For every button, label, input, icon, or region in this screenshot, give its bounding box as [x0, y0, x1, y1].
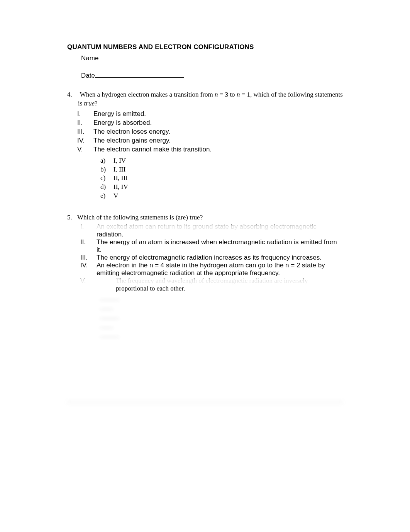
roman-text: Energy is emitted.: [93, 110, 343, 119]
roman-numeral: I.: [80, 223, 97, 238]
choice-text: I, IV: [114, 156, 343, 165]
list-item: I.Energy is emitted.: [77, 110, 343, 119]
q4-n1: n: [215, 91, 218, 98]
q5-roman-list: I. An excited atom can return to its gro…: [80, 223, 343, 292]
roman-text: An excited atom can return to its ground…: [97, 223, 343, 238]
choice-letter: d): [100, 183, 114, 192]
list-item: V. The frequency and wavelength of elect…: [80, 277, 343, 292]
q4-true: true: [84, 100, 95, 107]
choice-text: II, III: [114, 174, 343, 183]
q4-stem-line2: is true?: [78, 100, 98, 107]
q5-obscured-choices: ——— —— ——— —— ———: [100, 295, 343, 341]
list-item: III. The energy of electromagnetic radia…: [80, 254, 343, 262]
q5-number: 5.: [67, 214, 76, 221]
choice-text: V: [114, 192, 343, 201]
choice-text: II, IV: [114, 183, 343, 192]
name-blank[interactable]: [98, 53, 187, 60]
q4-eq2: = 1, which of the following statements: [240, 91, 342, 98]
choice-row[interactable]: b)I, III: [100, 165, 343, 174]
roman-numeral: V.: [80, 277, 97, 292]
roman-text: The energy of an atom is increased when …: [97, 238, 343, 254]
q4-line2-suffix: ?: [95, 100, 98, 107]
roman-numeral: II.: [80, 238, 97, 254]
roman-numeral: III.: [77, 127, 93, 136]
choice-row[interactable]: d)II, IV: [100, 183, 343, 192]
roman-text: The frequency and wavelength of electrom…: [97, 277, 343, 292]
choice-letter: a): [100, 156, 114, 165]
list-item: II. The energy of an atom is increased w…: [80, 238, 343, 254]
roman-numeral: II.: [77, 119, 93, 127]
list-item: I. An excited atom can return to its gro…: [80, 223, 343, 238]
roman-numeral: III.: [80, 254, 97, 262]
roman-text: The energy of electromagnetic radiation …: [97, 254, 343, 262]
roman-text: An electron in the n = 4 state in the hy…: [97, 262, 343, 277]
roman-text: The electron loses energy.: [93, 127, 343, 136]
list-item: IV. An electron in the n = 4 state in th…: [80, 262, 343, 277]
q4-eq1: = 3 to: [218, 91, 237, 98]
name-label: Name: [81, 54, 98, 62]
preview-bottom-fade: [67, 402, 343, 414]
date-field-row: Date: [81, 71, 343, 80]
roman-text: The electron gains energy.: [93, 136, 343, 145]
choice-letter: b): [100, 165, 114, 174]
q4-choices: a)I, IV b)I, III c)II, III d)II, IV e)V: [100, 156, 343, 201]
obscured-line: ——: [100, 304, 343, 313]
roman-numeral: IV.: [80, 262, 97, 277]
obscured-line: ———: [100, 313, 343, 323]
choice-letter: e): [100, 192, 114, 201]
list-item: V.The electron cannot make this transiti…: [77, 145, 343, 154]
obscured-line: ———: [100, 295, 343, 304]
worksheet-page: QUANTUM NUMBERS AND ELECTRON CONFIGURATI…: [0, 0, 410, 532]
choice-letter: c): [100, 174, 114, 183]
q4-stem-prefix: When a hydrogen electron makes a transit…: [80, 91, 215, 98]
date-label: Date: [81, 72, 95, 79]
question-5: 5. Which of the following statements is …: [67, 214, 343, 341]
choice-row[interactable]: a)I, IV: [100, 156, 343, 165]
list-item: III.The electron loses energy.: [77, 127, 343, 136]
choice-text: I, III: [114, 165, 343, 174]
roman-text: The electron cannot make this transition…: [93, 145, 343, 154]
roman-numeral: V.: [77, 145, 93, 154]
q4-number: 4.: [67, 90, 78, 99]
q4-stem-line1: 4. When a hydrogen electron makes a tran…: [67, 90, 343, 99]
q5-stem-text: Which of the following statements is (ar…: [77, 214, 203, 221]
obscured-line: ——: [100, 323, 343, 332]
choice-row[interactable]: c)II, III: [100, 174, 343, 183]
q4-stem: When a hydrogen electron makes a transit…: [80, 91, 343, 98]
list-item: IV.The electron gains energy.: [77, 136, 343, 145]
q4-line2-prefix: is: [78, 100, 84, 107]
roman-numeral: I.: [77, 110, 93, 119]
roman-text: Energy is absorbed.: [93, 119, 343, 127]
question-4: 4. When a hydrogen electron makes a tran…: [67, 90, 343, 201]
q4-roman-list: I.Energy is emitted. II.Energy is absorb…: [77, 110, 343, 154]
page-title: QUANTUM NUMBERS AND ELECTRON CONFIGURATI…: [67, 43, 343, 51]
obscured-line: ———: [100, 332, 343, 341]
choice-row[interactable]: e)V: [100, 192, 343, 201]
roman-numeral: IV.: [77, 136, 93, 145]
date-blank[interactable]: [95, 71, 184, 78]
name-field-row: Name: [81, 53, 343, 62]
list-item: II.Energy is absorbed.: [77, 119, 343, 127]
